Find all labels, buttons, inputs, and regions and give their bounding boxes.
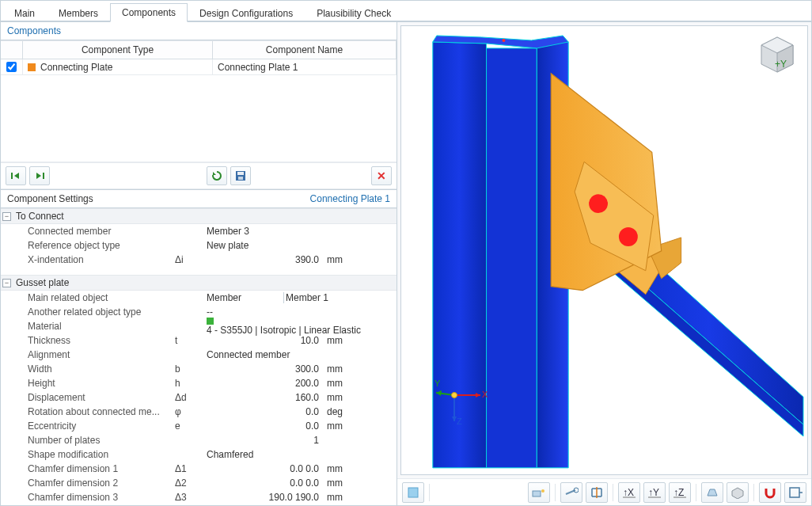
property-label: Thickness: [15, 335, 173, 346]
col-component-type[interactable]: Component Type: [23, 41, 213, 59]
components-grid: Component Type Component Name Connecting…: [1, 40, 397, 189]
property-row[interactable]: Eccentricitye0.0mm: [1, 419, 397, 433]
property-row[interactable]: Connected memberMember 3: [1, 224, 397, 238]
view-tool-2[interactable]: [560, 482, 582, 503]
property-value[interactable]: Member 3: [205, 226, 397, 237]
property-row[interactable]: DisplacementΔd160.0mm: [1, 390, 397, 405]
settings-group[interactable]: −Gusset plate: [1, 275, 397, 291]
property-symbol: h: [173, 378, 205, 389]
component-row[interactable]: Connecting Plate Connecting Plate 1: [1, 59, 397, 75]
nav-cube[interactable]: +Y: [757, 34, 798, 75]
property-row[interactable]: Rotation about connected me...φ0.0deg: [1, 405, 397, 419]
property-label: Rotation about connected me...: [15, 406, 173, 417]
property-label: Displacement: [15, 392, 173, 403]
svg-rect-41: [790, 488, 799, 497]
property-value[interactable]: 0.0: [205, 420, 324, 432]
property-value[interactable]: 0.0 0.0: [205, 477, 324, 489]
tab-members[interactable]: Members: [47, 4, 110, 22]
iso-view-button[interactable]: [727, 482, 749, 503]
settings-group[interactable]: −To Connect: [1, 208, 397, 224]
svg-rect-32: [408, 488, 418, 497]
property-value[interactable]: New plate: [205, 240, 397, 251]
property-row[interactable]: Material4 - S355J0 | Isotropic | Linear …: [1, 319, 397, 333]
property-unit: mm: [324, 420, 355, 432]
tab-main[interactable]: Main: [2, 4, 47, 22]
property-value[interactable]: 190.0 190.0: [205, 492, 324, 503]
property-value[interactable]: 0.0: [205, 406, 324, 417]
collapse-icon[interactable]: −: [2, 279, 11, 287]
property-row[interactable]: Chamfer dimension 3Δ3190.0 190.0mm: [1, 490, 397, 504]
property-unit: mm: [324, 463, 355, 474]
property-label: Eccentricity: [15, 420, 173, 432]
property-label: Width: [15, 363, 173, 375]
property-value[interactable]: Connected member: [205, 349, 397, 360]
property-value[interactable]: Chamfered: [205, 449, 397, 460]
svg-text:↑Y: ↑Y: [648, 487, 659, 498]
collapse-icon[interactable]: −: [2, 212, 11, 221]
view-tool-1[interactable]: [528, 482, 550, 503]
move-right-button[interactable]: [29, 166, 50, 185]
axis-x-button[interactable]: ↑X: [618, 482, 640, 503]
property-value[interactable]: 4 - S355J0 | Isotropic | Linear Elastic: [205, 318, 397, 336]
settings-scroll[interactable]: −To ConnectConnected memberMember 3Refer…: [1, 208, 397, 505]
view-tool-3[interactable]: [586, 482, 608, 503]
component-type-text: Connecting Plate: [40, 62, 112, 73]
property-row[interactable]: Shape modificationChamfered: [1, 447, 397, 462]
axis-y-button[interactable]: ↑Y: [643, 482, 666, 503]
svg-marker-39: [708, 489, 717, 496]
svg-point-17: [619, 227, 638, 246]
property-row[interactable]: Heighth200.0mm: [1, 376, 397, 390]
svg-rect-3: [237, 172, 244, 175]
svg-point-31: [452, 393, 457, 398]
property-value[interactable]: 10.0: [205, 335, 324, 346]
svg-rect-33: [533, 491, 541, 496]
property-row[interactable]: Thicknesst10.0mm: [1, 333, 397, 348]
save-button[interactable]: [230, 166, 251, 185]
property-value[interactable]: 300.0: [205, 363, 324, 375]
tab-plausibility-check[interactable]: Plausibility Check: [305, 4, 403, 22]
property-value[interactable]: --: [205, 306, 397, 318]
tab-design-configurations[interactable]: Design Configurations: [188, 4, 305, 22]
tab-components[interactable]: Components: [110, 3, 188, 22]
components-panel-title: Components: [1, 21, 397, 40]
property-value[interactable]: Member: [205, 292, 284, 303]
expand-button[interactable]: [784, 482, 806, 503]
property-label: Reference object type: [15, 240, 173, 251]
viewport-toolbar: ↑X ↑Y ↑Z: [397, 478, 811, 505]
perspective-button[interactable]: [701, 482, 723, 503]
components-toolbar: ✕: [1, 162, 397, 189]
property-row[interactable]: AlignmentConnected member: [1, 348, 397, 362]
property-row[interactable]: Main related objectMemberMember 1: [1, 291, 397, 305]
property-row[interactable]: Widthb300.0mm: [1, 362, 397, 376]
property-unit: deg: [324, 406, 355, 417]
axes-triad: X Y Z: [434, 375, 490, 431]
move-left-button[interactable]: [6, 166, 26, 185]
svg-marker-6: [487, 48, 537, 468]
property-value-2[interactable]: Member 1: [284, 292, 397, 303]
axis-z-button[interactable]: ↑Z: [669, 482, 691, 503]
property-value[interactable]: 1: [205, 435, 324, 446]
property-value[interactable]: 200.0: [205, 378, 324, 389]
property-row[interactable]: Reference object typeNew plate: [1, 238, 397, 253]
property-value[interactable]: 160.0: [205, 392, 324, 403]
property-row[interactable]: Chamfer dimension 1Δ10.0 0.0mm: [1, 462, 397, 476]
property-row[interactable]: X-indentationΔi390.0mm: [1, 253, 397, 267]
property-symbol: Δ1: [173, 463, 205, 474]
property-symbol: Δi: [173, 254, 205, 265]
col-component-name[interactable]: Component Name: [213, 41, 397, 59]
property-row[interactable]: Chamfer dimension 4Δ4110.0 0.0mm: [1, 504, 397, 505]
group-label: To Connect: [16, 211, 64, 222]
component-checkbox[interactable]: [6, 62, 17, 72]
property-label: Alignment: [15, 349, 173, 360]
render-mode-button[interactable]: [402, 482, 424, 503]
delete-button[interactable]: ✕: [371, 166, 392, 185]
magnet-button[interactable]: [759, 482, 781, 503]
refresh-button[interactable]: [207, 166, 227, 185]
property-value[interactable]: 390.0: [205, 254, 324, 265]
viewport-3d[interactable]: +Y X Y Z: [400, 25, 808, 475]
property-row[interactable]: Number of plates1: [1, 433, 397, 447]
property-value[interactable]: 0.0 0.0: [205, 463, 324, 474]
tab-bar: Main Members Components Design Configura…: [1, 1, 811, 21]
property-label: Height: [15, 378, 173, 389]
property-row[interactable]: Chamfer dimension 2Δ20.0 0.0mm: [1, 476, 397, 490]
